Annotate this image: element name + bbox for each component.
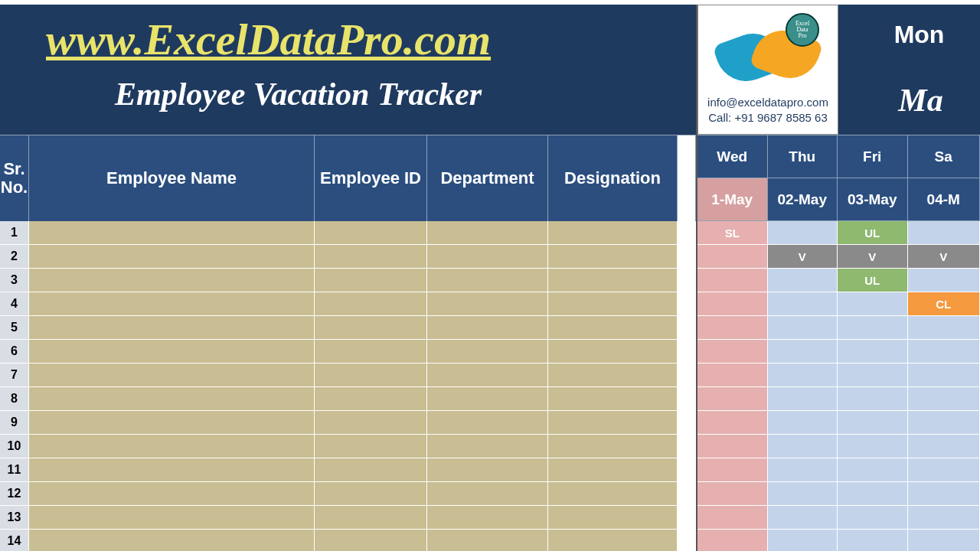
calendar-cell[interactable] [838, 530, 908, 551]
cell-dept[interactable] [427, 387, 548, 411]
calendar-cell[interactable] [908, 387, 980, 411]
calendar-cell[interactable] [697, 292, 768, 316]
cell-emp-name[interactable] [29, 292, 315, 316]
calendar-cell[interactable]: V [908, 245, 980, 269]
cell-emp-name[interactable] [29, 458, 315, 482]
calendar-cell[interactable] [697, 482, 768, 506]
cell-dept[interactable] [427, 245, 548, 269]
cell-dept[interactable] [427, 530, 548, 551]
cell-emp-name[interactable] [29, 530, 315, 551]
cell-emp-id[interactable] [315, 458, 427, 482]
cell-emp-id[interactable] [315, 340, 427, 364]
calendar-cell[interactable] [697, 530, 768, 551]
cell-emp-name[interactable] [29, 482, 315, 506]
calendar-cell[interactable] [697, 506, 768, 530]
calendar-cell[interactable] [838, 482, 908, 506]
calendar-cell[interactable] [697, 340, 768, 364]
calendar-cell[interactable]: V [768, 245, 838, 269]
cell-emp-name[interactable] [29, 221, 315, 245]
cell-dept[interactable] [427, 411, 548, 435]
calendar-cell[interactable] [838, 387, 908, 411]
calendar-cell[interactable] [697, 364, 768, 387]
calendar-cell[interactable] [908, 506, 980, 530]
cell-desg[interactable] [548, 292, 678, 316]
calendar-cell[interactable] [838, 316, 908, 340]
cell-desg[interactable] [548, 221, 678, 245]
cell-emp-name[interactable] [29, 340, 315, 364]
calendar-cell[interactable] [838, 340, 908, 364]
cell-emp-name[interactable] [29, 245, 315, 269]
calendar-cell[interactable] [697, 435, 768, 458]
calendar-cell[interactable] [838, 435, 908, 458]
cell-desg[interactable] [548, 364, 678, 387]
cell-desg[interactable] [548, 435, 678, 458]
cell-emp-name[interactable] [29, 435, 315, 458]
calendar-cell[interactable]: UL [838, 269, 908, 292]
calendar-cell[interactable] [768, 506, 838, 530]
cell-emp-id[interactable] [315, 292, 427, 316]
cell-desg[interactable] [548, 458, 678, 482]
calendar-cell[interactable] [908, 364, 980, 387]
cell-dept[interactable] [427, 435, 548, 458]
calendar-cell[interactable] [768, 364, 838, 387]
calendar-cell[interactable] [908, 458, 980, 482]
calendar-cell[interactable] [908, 530, 980, 551]
cell-dept[interactable] [427, 340, 548, 364]
calendar-cell[interactable] [908, 482, 980, 506]
calendar-cell[interactable] [768, 435, 838, 458]
cell-emp-name[interactable] [29, 364, 315, 387]
calendar-cell[interactable] [908, 269, 980, 292]
calendar-cell[interactable] [768, 458, 838, 482]
cell-desg[interactable] [548, 245, 678, 269]
cell-dept[interactable] [427, 316, 548, 340]
calendar-cell[interactable] [697, 458, 768, 482]
cell-dept[interactable] [427, 506, 548, 530]
calendar-cell[interactable]: SL [697, 221, 768, 245]
calendar-cell[interactable] [697, 411, 768, 435]
cell-dept[interactable] [427, 221, 548, 245]
cell-emp-id[interactable] [315, 221, 427, 245]
calendar-cell[interactable] [908, 221, 980, 245]
calendar-cell[interactable] [838, 411, 908, 435]
cell-dept[interactable] [427, 292, 548, 316]
cell-desg[interactable] [548, 387, 678, 411]
cell-emp-name[interactable] [29, 269, 315, 292]
calendar-cell[interactable] [908, 340, 980, 364]
cell-emp-id[interactable] [315, 316, 427, 340]
cell-emp-id[interactable] [315, 506, 427, 530]
cell-desg[interactable] [548, 316, 678, 340]
cell-desg[interactable] [548, 269, 678, 292]
calendar-cell[interactable] [908, 411, 980, 435]
cell-emp-id[interactable] [315, 435, 427, 458]
cell-emp-name[interactable] [29, 387, 315, 411]
calendar-cell[interactable] [697, 316, 768, 340]
cell-dept[interactable] [427, 364, 548, 387]
cell-emp-id[interactable] [315, 530, 427, 551]
calendar-cell[interactable] [697, 387, 768, 411]
cell-desg[interactable] [548, 340, 678, 364]
calendar-cell[interactable] [697, 269, 768, 292]
calendar-cell[interactable] [768, 316, 838, 340]
cell-desg[interactable] [548, 506, 678, 530]
calendar-cell[interactable] [768, 411, 838, 435]
calendar-cell[interactable] [838, 458, 908, 482]
cell-emp-id[interactable] [315, 387, 427, 411]
cell-emp-id[interactable] [315, 364, 427, 387]
cell-dept[interactable] [427, 269, 548, 292]
calendar-cell[interactable] [768, 482, 838, 506]
calendar-cell[interactable] [697, 245, 768, 269]
cell-dept[interactable] [427, 482, 548, 506]
calendar-cell[interactable] [838, 292, 908, 316]
calendar-cell[interactable] [768, 387, 838, 411]
calendar-cell[interactable] [908, 435, 980, 458]
cell-emp-name[interactable] [29, 506, 315, 530]
calendar-cell[interactable] [768, 292, 838, 316]
calendar-cell[interactable] [838, 506, 908, 530]
cell-emp-name[interactable] [29, 411, 315, 435]
cell-desg[interactable] [548, 530, 678, 551]
calendar-cell[interactable] [908, 316, 980, 340]
calendar-cell[interactable]: UL [838, 221, 908, 245]
calendar-cell[interactable] [768, 221, 838, 245]
cell-desg[interactable] [548, 411, 678, 435]
calendar-cell[interactable]: CL [908, 292, 980, 316]
